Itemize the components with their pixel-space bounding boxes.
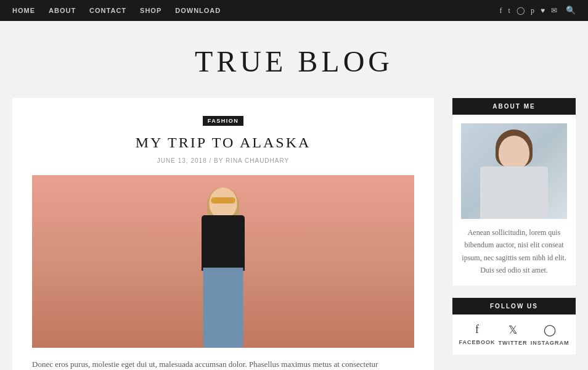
sidebar: ABOUT ME Aenean sollicitudin, lorem quis… [452, 98, 576, 370]
nav-links: HOME ABOUT CONTACT SHOP DOWNLOAD [12, 7, 221, 14]
nav-shop[interactable]: SHOP [140, 7, 161, 14]
facebook-follow-icon: f [475, 323, 479, 336]
post-meta: JUNE 13, 2018 / BY RINA CHAUDHARY [32, 157, 414, 164]
post-image [32, 175, 414, 348]
twitter-follow-icon: 𝕏 [508, 323, 518, 337]
follow-facebook[interactable]: f FACEBOOK [459, 323, 496, 346]
about-widget: ABOUT ME Aenean sollicitudin, lorem quis… [452, 98, 576, 286]
heart-icon[interactable]: ♥ [541, 6, 545, 15]
nav-right: f t ◯ p ♥ ✉ 🔍 [500, 6, 576, 15]
follow-icons: f FACEBOOK 𝕏 TWITTER ◯ INSTAGRAM [452, 314, 576, 355]
about-widget-body: Aenean sollicitudin, lorem quis bibendum… [452, 115, 576, 286]
site-header: TRUE BLOG [0, 21, 588, 98]
post-card: FASHION MY TRIP TO ALASKA JUNE 13, 2018 … [12, 98, 434, 370]
pinterest-icon[interactable]: p [531, 6, 534, 15]
instagram-follow-icon: ◯ [544, 323, 556, 337]
twitter-label: TWITTER [499, 340, 528, 346]
nav-download[interactable]: DOWNLOAD [175, 7, 221, 14]
search-icon[interactable]: 🔍 [566, 6, 576, 15]
follow-instagram[interactable]: ◯ INSTAGRAM [531, 323, 570, 346]
main-nav: HOME ABOUT CONTACT SHOP DOWNLOAD f t ◯ p… [0, 0, 588, 21]
about-widget-header: ABOUT ME [452, 98, 576, 115]
nav-about[interactable]: ABOUT [49, 7, 76, 14]
about-image [461, 123, 567, 219]
nav-contact[interactable]: CONTACT [89, 7, 126, 14]
follow-widget-header: FOLLOW US [452, 298, 576, 314]
post-title: MY TRIP TO ALASKA [32, 134, 414, 151]
twitter-icon[interactable]: t [508, 6, 510, 15]
site-title: TRUE BLOG [0, 44, 588, 78]
nav-home[interactable]: HOME [12, 7, 35, 14]
facebook-label: FACEBOOK [459, 339, 496, 345]
main-container: FASHION MY TRIP TO ALASKA JUNE 13, 2018 … [0, 98, 588, 370]
post-image-figure [180, 187, 266, 348]
instagram-label: INSTAGRAM [531, 340, 570, 346]
instagram-icon[interactable]: ◯ [517, 6, 525, 15]
facebook-icon[interactable]: f [500, 6, 502, 15]
follow-widget: FOLLOW US f FACEBOOK 𝕏 TWITTER ◯ INSTAGR… [452, 298, 576, 355]
main-content: FASHION MY TRIP TO ALASKA JUNE 13, 2018 … [12, 98, 434, 370]
about-text: Aenean sollicitudin, lorem quis bibendum… [461, 226, 567, 277]
post-category[interactable]: FASHION [203, 116, 244, 126]
email-icon[interactable]: ✉ [551, 6, 557, 15]
post-excerpt: Donec eros purus, molestie eget dui ut, … [32, 358, 414, 370]
follow-twitter[interactable]: 𝕏 TWITTER [499, 323, 528, 346]
